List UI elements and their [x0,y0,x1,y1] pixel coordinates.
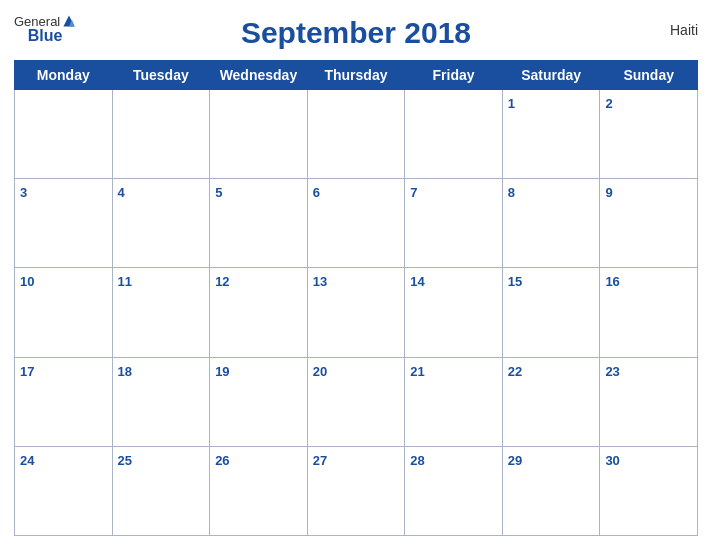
calendar-empty-cell [307,90,405,179]
calendar-day-10: 10 [15,268,113,357]
calendar-day-17: 17 [15,357,113,446]
calendar-day-23: 23 [600,357,698,446]
day-number-17: 17 [20,364,34,379]
calendar-day-14: 14 [405,268,503,357]
weekday-header-monday: Monday [15,61,113,90]
logo-blue-text: Blue [28,27,63,44]
day-number-10: 10 [20,274,34,289]
weekday-header-sunday: Sunday [600,61,698,90]
calendar-day-3: 3 [15,179,113,268]
day-number-4: 4 [118,185,125,200]
day-number-24: 24 [20,453,34,468]
day-number-6: 6 [313,185,320,200]
calendar-empty-cell [15,90,113,179]
day-number-11: 11 [118,274,132,289]
calendar-day-13: 13 [307,268,405,357]
calendar-container: General Blue September 2018 Haiti Monday… [0,0,712,550]
calendar-day-24: 24 [15,446,113,535]
calendar-empty-cell [210,90,308,179]
calendar-day-20: 20 [307,357,405,446]
calendar-day-8: 8 [502,179,600,268]
calendar-empty-cell [405,90,503,179]
day-number-16: 16 [605,274,619,289]
logo-general-text: General [14,15,60,28]
calendar-week-4: 17181920212223 [15,357,698,446]
day-number-7: 7 [410,185,417,200]
day-number-5: 5 [215,185,222,200]
weekday-header-tuesday: Tuesday [112,61,210,90]
calendar-title: September 2018 [241,16,471,50]
day-number-28: 28 [410,453,424,468]
weekday-header-wednesday: Wednesday [210,61,308,90]
calendar-day-22: 22 [502,357,600,446]
calendar-day-9: 9 [600,179,698,268]
calendar-day-12: 12 [210,268,308,357]
day-number-25: 25 [118,453,132,468]
calendar-day-1: 1 [502,90,600,179]
calendar-day-27: 27 [307,446,405,535]
logo-icon [62,14,76,28]
day-number-27: 27 [313,453,327,468]
calendar-week-2: 3456789 [15,179,698,268]
calendar-header: General Blue September 2018 Haiti [14,10,698,60]
day-number-29: 29 [508,453,522,468]
day-number-22: 22 [508,364,522,379]
day-number-20: 20 [313,364,327,379]
day-number-26: 26 [215,453,229,468]
day-number-1: 1 [508,96,515,111]
calendar-week-1: 12 [15,90,698,179]
calendar-day-28: 28 [405,446,503,535]
day-number-14: 14 [410,274,424,289]
calendar-day-6: 6 [307,179,405,268]
day-number-9: 9 [605,185,612,200]
day-number-13: 13 [313,274,327,289]
weekday-header-friday: Friday [405,61,503,90]
country-label: Haiti [670,22,698,38]
day-number-23: 23 [605,364,619,379]
day-number-8: 8 [508,185,515,200]
calendar-day-4: 4 [112,179,210,268]
weekday-header-thursday: Thursday [307,61,405,90]
weekday-header-saturday: Saturday [502,61,600,90]
calendar-day-2: 2 [600,90,698,179]
logo: General Blue [14,14,76,44]
calendar-day-16: 16 [600,268,698,357]
calendar-day-15: 15 [502,268,600,357]
calendar-day-18: 18 [112,357,210,446]
calendar-week-5: 24252627282930 [15,446,698,535]
calendar-empty-cell [112,90,210,179]
calendar-day-7: 7 [405,179,503,268]
day-number-18: 18 [118,364,132,379]
weekday-header-row: MondayTuesdayWednesdayThursdayFridaySatu… [15,61,698,90]
calendar-day-21: 21 [405,357,503,446]
calendar-day-26: 26 [210,446,308,535]
calendar-day-25: 25 [112,446,210,535]
calendar-day-29: 29 [502,446,600,535]
day-number-30: 30 [605,453,619,468]
calendar-table: MondayTuesdayWednesdayThursdayFridaySatu… [14,60,698,536]
day-number-21: 21 [410,364,424,379]
day-number-12: 12 [215,274,229,289]
calendar-day-30: 30 [600,446,698,535]
calendar-day-19: 19 [210,357,308,446]
calendar-day-11: 11 [112,268,210,357]
calendar-week-3: 10111213141516 [15,268,698,357]
day-number-2: 2 [605,96,612,111]
day-number-3: 3 [20,185,27,200]
calendar-day-5: 5 [210,179,308,268]
day-number-19: 19 [215,364,229,379]
day-number-15: 15 [508,274,522,289]
